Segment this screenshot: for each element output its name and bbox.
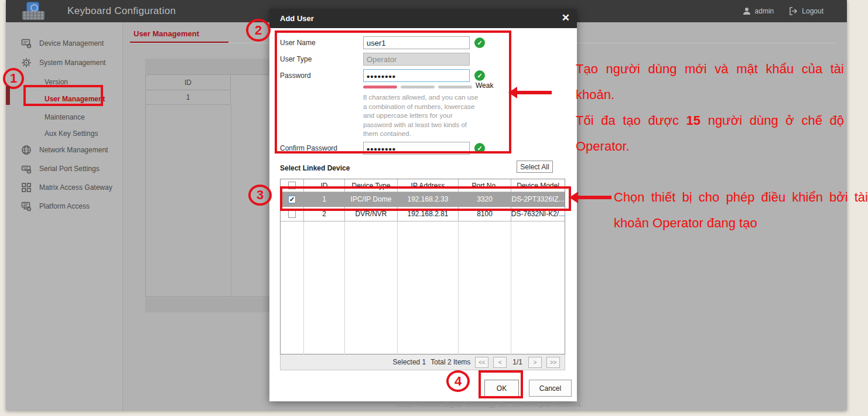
device-table-empty-area bbox=[281, 221, 565, 355]
strength-segment-weak bbox=[363, 86, 397, 88]
selected-count: Selected 1 bbox=[393, 358, 426, 366]
password-strength-meter bbox=[363, 84, 489, 89]
total-count: Total 2 Items bbox=[430, 358, 470, 366]
device-checkbox[interactable] bbox=[288, 210, 296, 218]
password-label: Password bbox=[280, 71, 311, 80]
col-header-id: ID bbox=[304, 179, 345, 192]
device-table: ID Device Type IP Address Port No. Devic… bbox=[280, 179, 565, 354]
device-management-icon bbox=[21, 38, 32, 49]
user-table-id-header: ID bbox=[146, 75, 231, 90]
logout-icon bbox=[789, 7, 798, 15]
user-icon bbox=[743, 7, 751, 15]
device-type: IPC/IP Dome bbox=[345, 192, 398, 207]
sidebar-item-version[interactable]: Version bbox=[6, 75, 123, 89]
device-id: 1 bbox=[304, 192, 345, 207]
system-management-icon bbox=[21, 57, 32, 68]
cancel-button[interactable]: Cancel bbox=[529, 380, 572, 397]
password-hint: 8 characters allowed, and you can use a … bbox=[363, 93, 480, 139]
sidebar-item-serial-port-settings[interactable]: Serial Port Settings bbox=[6, 162, 123, 176]
sidebar-item-label: Serial Port Settings bbox=[39, 165, 100, 173]
select-all-checkbox[interactable] bbox=[288, 182, 296, 189]
device-ip: 192.168.2.81 bbox=[398, 207, 459, 221]
last-page-button[interactable]: >> bbox=[546, 357, 560, 368]
device-row[interactable]: 2 DVR/NVR 192.168.2.81 8100 DS-7632NI-K2… bbox=[281, 207, 565, 221]
valid-check-icon: ✓ bbox=[474, 37, 485, 48]
first-page-button[interactable]: << bbox=[475, 357, 488, 368]
device-id: 2 bbox=[304, 207, 345, 221]
device-ip: 192.168.2.33 bbox=[398, 192, 459, 207]
user-name-label: admin bbox=[755, 7, 774, 15]
sidebar-item-label: System Management bbox=[39, 59, 105, 67]
sidebar-item-label: Maintenance bbox=[45, 113, 85, 121]
password-input[interactable] bbox=[363, 69, 470, 82]
sidebar-item-system-management[interactable]: System Management bbox=[6, 56, 123, 70]
sidebar: Device Management System Management Vers… bbox=[6, 22, 123, 410]
sidebar-item-label: Device Management bbox=[39, 39, 104, 47]
user-table-row[interactable]: 1 bbox=[146, 90, 231, 105]
matrix-access-gateway-icon bbox=[21, 182, 32, 193]
copyright-text: ©2017 Hikvision Digital Technology Co., … bbox=[392, 401, 586, 408]
app-title: Keyboard Configuration bbox=[67, 5, 176, 17]
select-all-button[interactable]: Select All bbox=[517, 161, 553, 173]
device-checkbox-checked[interactable]: ✓ bbox=[288, 196, 296, 203]
sidebar-item-label: Network Management bbox=[39, 146, 108, 154]
sidebar-item-aux-key-settings[interactable]: Aux Key Settings bbox=[6, 127, 123, 141]
col-header-device-model: Device Model bbox=[511, 179, 565, 192]
confirm-password-label: Confirm Password bbox=[280, 144, 337, 152]
ok-button[interactable]: OK bbox=[484, 380, 519, 397]
sidebar-item-device-management[interactable]: Device Management bbox=[6, 36, 123, 50]
tab-user-management[interactable]: User Management bbox=[134, 29, 199, 38]
user-type-input bbox=[363, 53, 470, 66]
network-management-icon bbox=[21, 145, 32, 155]
col-header-ip-address: IP Address bbox=[398, 179, 459, 192]
prev-page-button[interactable]: < bbox=[493, 357, 507, 368]
platform-access-icon bbox=[21, 201, 32, 212]
device-table-header: ID Device Type IP Address Port No. Devic… bbox=[281, 179, 565, 192]
logout-button[interactable]: Logout bbox=[789, 7, 823, 15]
select-linked-device-title: Select Linked Device bbox=[280, 164, 350, 172]
device-port: 3320 bbox=[459, 192, 511, 207]
col-header-port-no: Port No. bbox=[459, 179, 511, 192]
col-header-device-type: Device Type bbox=[345, 179, 398, 192]
close-icon[interactable]: ✕ bbox=[562, 12, 570, 24]
app-window: Keyboard Configuration admin Logout Devi… bbox=[6, 0, 847, 410]
column-divider bbox=[231, 105, 231, 297]
valid-check-icon: ✓ bbox=[474, 143, 485, 154]
device-model: DS-7632NI-K2/... bbox=[511, 207, 565, 221]
dialog-title: Add User bbox=[280, 14, 314, 23]
sidebar-item-matrix-access-gateway[interactable]: Matrix Access Gateway bbox=[6, 180, 123, 195]
pagination-bar: Selected 1 Total 2 Items << < 1/1 > >> bbox=[280, 354, 565, 370]
sidebar-item-network-management[interactable]: Network Management bbox=[6, 143, 123, 157]
user-name-label: User Name bbox=[280, 39, 316, 47]
page-indicator: 1/1 bbox=[512, 358, 522, 366]
strength-segment bbox=[438, 86, 472, 88]
sidebar-item-maintenance[interactable]: Maintenance bbox=[6, 110, 123, 124]
sidebar-item-label: Platform Access bbox=[39, 202, 90, 210]
sidebar-item-label: Matrix Access Gateway bbox=[39, 183, 112, 192]
dialog-titlebar: Add User ✕ bbox=[269, 9, 577, 28]
current-user[interactable]: admin bbox=[743, 7, 774, 15]
strength-segment bbox=[401, 86, 435, 88]
strength-label: Weak bbox=[476, 81, 493, 90]
sidebar-item-platform-access[interactable]: Platform Access bbox=[6, 199, 123, 213]
next-page-button[interactable]: > bbox=[528, 357, 542, 368]
keyboard-app-icon bbox=[21, 1, 46, 21]
valid-check-icon: ✓ bbox=[474, 70, 485, 81]
device-model: DS-2PT3326IZ... bbox=[511, 192, 565, 207]
device-type: DVR/NVR bbox=[345, 207, 398, 221]
device-row-selected[interactable]: ✓ 1 IPC/IP Dome 192.168.2.33 3320 DS-2PT… bbox=[281, 192, 565, 207]
confirm-password-input[interactable] bbox=[363, 142, 470, 155]
user-name-input[interactable] bbox=[363, 36, 470, 49]
add-user-dialog: Add User ✕ User Name ✓ User Type Passwor… bbox=[269, 9, 577, 401]
serial-port-settings-icon bbox=[21, 163, 32, 174]
sidebar-item-label: Version bbox=[45, 78, 68, 86]
user-type-label: User Type bbox=[280, 55, 312, 63]
logout-label: Logout bbox=[802, 7, 823, 15]
sidebar-item-label: Aux Key Settings bbox=[45, 129, 98, 138]
sidebar-item-user-management[interactable]: User Management bbox=[6, 92, 123, 106]
sidebar-item-label: User Management bbox=[45, 95, 105, 103]
device-port: 8100 bbox=[459, 207, 511, 221]
